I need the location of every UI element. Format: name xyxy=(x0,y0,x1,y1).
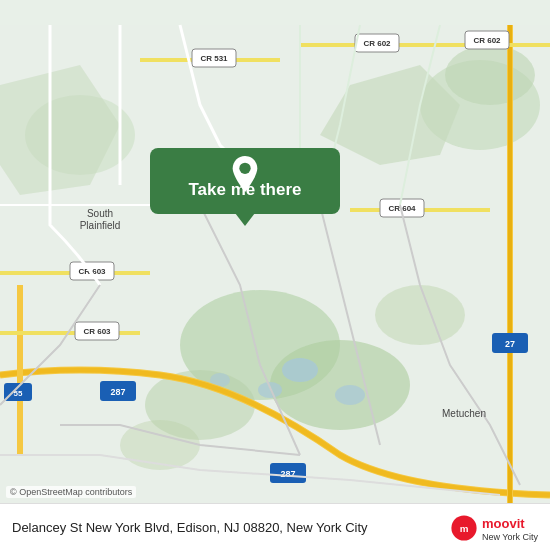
svg-text:CR 602: CR 602 xyxy=(363,39,391,48)
take-me-there-callout[interactable]: Take me there xyxy=(150,148,340,214)
svg-text:m: m xyxy=(460,523,469,534)
svg-text:27: 27 xyxy=(505,339,515,349)
svg-text:CR 602: CR 602 xyxy=(473,36,501,45)
svg-text:287: 287 xyxy=(110,387,125,397)
svg-point-11 xyxy=(282,358,318,382)
moovit-logo-text: moovit xyxy=(482,516,525,531)
svg-text:Metuchen: Metuchen xyxy=(442,408,486,419)
location-pin-icon xyxy=(230,156,260,192)
bottom-bar: Delancey St New York Blvd, Edison, NJ 08… xyxy=(0,503,550,550)
svg-point-2 xyxy=(445,45,535,105)
svg-text:CR 603: CR 603 xyxy=(83,327,111,336)
moovit-sub-text: New York City xyxy=(482,532,538,542)
svg-text:South: South xyxy=(87,208,113,219)
address-text: Delancey St New York Blvd, Edison, NJ 08… xyxy=(12,520,450,537)
map-container: 287 287 27 55 CR 531 CR 602 CR 602 CR 60… xyxy=(0,0,550,550)
map-background: 287 287 27 55 CR 531 CR 602 CR 602 CR 60… xyxy=(0,0,550,550)
svg-text:CR 531: CR 531 xyxy=(200,54,228,63)
svg-point-9 xyxy=(375,285,465,345)
svg-text:Plainfield: Plainfield xyxy=(80,220,121,231)
svg-point-12 xyxy=(258,382,282,398)
svg-point-13 xyxy=(335,385,365,405)
svg-point-7 xyxy=(270,340,410,430)
svg-text:287: 287 xyxy=(280,469,295,479)
svg-point-38 xyxy=(239,163,250,174)
moovit-logo-icon: m xyxy=(450,514,478,542)
moovit-logo: m moovit New York City xyxy=(450,514,538,542)
osm-attribution: © OpenStreetMap contributors xyxy=(6,486,136,498)
